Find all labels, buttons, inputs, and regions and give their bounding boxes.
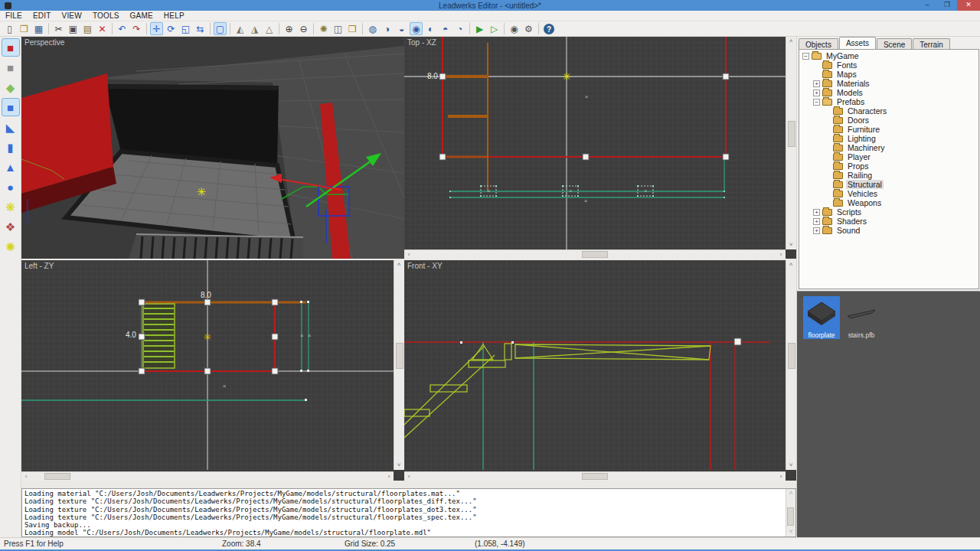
- tab-terrain[interactable]: Terrain: [913, 38, 950, 49]
- menu-view[interactable]: VIEW: [57, 11, 87, 20]
- tree-item-models[interactable]: +Models: [799, 88, 978, 97]
- top-xz-hscrollbar[interactable]: ‹›: [404, 249, 786, 259]
- lamp-tool[interactable]: ✺: [317, 22, 330, 35]
- viewport-layout-button[interactable]: ◫: [332, 22, 345, 35]
- view-orient-7-icon[interactable]: ◔: [453, 22, 466, 35]
- top-xz-vscrollbar[interactable]: ˄˅: [786, 37, 796, 249]
- tree-expander[interactable]: +: [813, 218, 820, 225]
- tree-item-shaders[interactable]: +Shaders: [799, 217, 978, 226]
- folder-tool-button[interactable]: ❒: [346, 22, 359, 35]
- view-orient-2-icon[interactable]: ◑: [381, 22, 394, 35]
- tree-item-maps[interactable]: Maps: [799, 70, 978, 79]
- view-orient-6-icon[interactable]: ◓: [439, 22, 452, 35]
- scale-tool[interactable]: ◱: [179, 22, 192, 35]
- tab-scene[interactable]: Scene: [877, 38, 912, 49]
- tree-expander[interactable]: +: [813, 90, 820, 96]
- tree-expander[interactable]: +: [813, 209, 820, 216]
- terrain-tool[interactable]: ◆: [2, 78, 20, 96]
- tree-item-structural[interactable]: Structural: [799, 180, 978, 189]
- terrain-raise-tool[interactable]: ◭: [234, 22, 247, 35]
- front-xy-viewport[interactable]: Front - XY ˄˅ ‹›: [404, 260, 796, 481]
- texture-tool[interactable]: ■: [2, 58, 20, 77]
- move-tool[interactable]: ✛: [150, 22, 163, 35]
- tab-objects[interactable]: Objects: [799, 38, 838, 49]
- thumbnail-image: [844, 296, 878, 330]
- tree-item-weapons[interactable]: Weapons: [799, 198, 978, 207]
- emitter-tool[interactable]: ✺: [2, 237, 20, 256]
- view-orient-3-icon[interactable]: ◒: [395, 22, 408, 35]
- run-debug-button[interactable]: ▷: [488, 22, 501, 35]
- rotate-tool[interactable]: ⟳: [165, 22, 178, 35]
- tree-item-scripts[interactable]: +Scripts: [799, 207, 978, 217]
- left-zy-vscrollbar[interactable]: ˄˅: [394, 260, 404, 470]
- wedge-primitive-tool[interactable]: ◣: [2, 118, 20, 136]
- new-button[interactable]: ▯: [3, 22, 16, 35]
- view-orient-1-icon[interactable]: ◍: [366, 22, 379, 35]
- light-tool[interactable]: ❋: [2, 197, 20, 216]
- tree-item-prefabs[interactable]: −Prefabs: [799, 97, 978, 106]
- menu-tools[interactable]: TOOLS: [87, 11, 125, 20]
- console-scrollbar[interactable]: ˄˅: [786, 489, 795, 536]
- box-primitive-tool[interactable]: ■: [2, 98, 20, 116]
- cylinder-primitive-tool[interactable]: ▮: [2, 138, 20, 156]
- maximize-button[interactable]: ❐: [937, 0, 957, 11]
- tree-item-railing[interactable]: Railing: [799, 171, 978, 180]
- tree-expander[interactable]: −: [813, 99, 820, 106]
- brush-tool[interactable]: ■: [2, 38, 20, 57]
- menu-help[interactable]: HELP: [158, 11, 190, 20]
- front-xy-vscrollbar[interactable]: ˄˅: [786, 260, 796, 470]
- open-button[interactable]: ❐: [18, 22, 31, 35]
- screenshot-button[interactable]: ◉: [508, 22, 521, 35]
- save-button[interactable]: ▦: [32, 22, 45, 35]
- view-orient-4-icon[interactable]: ◉: [410, 22, 423, 35]
- zoom-out-tool[interactable]: ⊖: [297, 22, 310, 35]
- tree-item-characters[interactable]: Characters: [799, 106, 978, 116]
- asset-thumbnail-stairs-pfb[interactable]: stairs.pfb: [843, 296, 880, 339]
- help-button[interactable]: ?: [544, 24, 554, 34]
- tree-item-furniture[interactable]: Furniture: [799, 125, 978, 134]
- front-xy-hscrollbar[interactable]: ‹›: [404, 471, 786, 481]
- sphere-primitive-tool[interactable]: ●: [2, 178, 20, 196]
- viewport-label: Top - XZ: [407, 38, 436, 47]
- run-button[interactable]: ▶: [473, 22, 486, 35]
- view-orient-5-icon[interactable]: ◐: [424, 22, 437, 35]
- tree-item-mygame[interactable]: −MyGame: [799, 51, 978, 60]
- tree-item-sound[interactable]: +Sound: [799, 226, 978, 235]
- copy-button[interactable]: ▣: [67, 22, 80, 35]
- tree-expander[interactable]: +: [813, 80, 820, 87]
- model-tool[interactable]: ❖: [2, 217, 20, 236]
- tree-expander[interactable]: +: [813, 227, 820, 234]
- delete-button[interactable]: ✕: [96, 22, 109, 35]
- tree-item-machinery[interactable]: Machinery: [799, 143, 978, 152]
- cut-button[interactable]: ✂: [52, 22, 65, 35]
- select-box-tool[interactable]: ▢: [214, 22, 227, 35]
- tree-item-fonts[interactable]: Fonts: [799, 60, 978, 70]
- tree-expander[interactable]: −: [802, 53, 809, 60]
- zoom-in-tool[interactable]: ⊕: [283, 22, 296, 35]
- minimize-button[interactable]: –: [917, 0, 937, 11]
- tab-assets[interactable]: Assets: [839, 37, 876, 49]
- left-zy-hscrollbar[interactable]: ‹›: [21, 471, 394, 481]
- paste-button[interactable]: ▤: [81, 22, 94, 35]
- cone-primitive-tool[interactable]: ▲: [2, 158, 20, 176]
- menu-game[interactable]: GAME: [125, 11, 158, 20]
- tree-item-player[interactable]: Player: [799, 152, 978, 161]
- mirror-tool[interactable]: ⇆: [194, 22, 207, 35]
- undo-button[interactable]: ↶: [116, 22, 129, 35]
- perspective-viewport[interactable]: Perspective: [21, 37, 404, 259]
- tree-item-materials[interactable]: +Materials: [799, 79, 978, 88]
- tree-item-doors[interactable]: Doors: [799, 116, 978, 125]
- menu-file[interactable]: FILE: [0, 11, 28, 20]
- tree-item-props[interactable]: Props: [799, 161, 978, 171]
- menu-edit[interactable]: EDIT: [28, 11, 57, 20]
- tree-item-vehicles[interactable]: Vehicles: [799, 189, 978, 198]
- terrain-paint-tool[interactable]: △: [263, 22, 276, 35]
- left-zy-viewport[interactable]: Left - ZY 8.0 4.0 ×××: [21, 260, 404, 481]
- close-button[interactable]: ✕: [957, 0, 980, 11]
- top-xz-viewport[interactable]: Top - XZ 8.0 ××× ××: [404, 37, 796, 259]
- redo-button[interactable]: ↷: [130, 22, 143, 35]
- options-button[interactable]: ⚙: [522, 22, 535, 35]
- tree-item-lighting[interactable]: Lighting: [799, 134, 978, 143]
- terrain-smooth-tool[interactable]: ◮: [248, 22, 261, 35]
- asset-thumbnail-floorplate[interactable]: floorplate: [803, 296, 840, 339]
